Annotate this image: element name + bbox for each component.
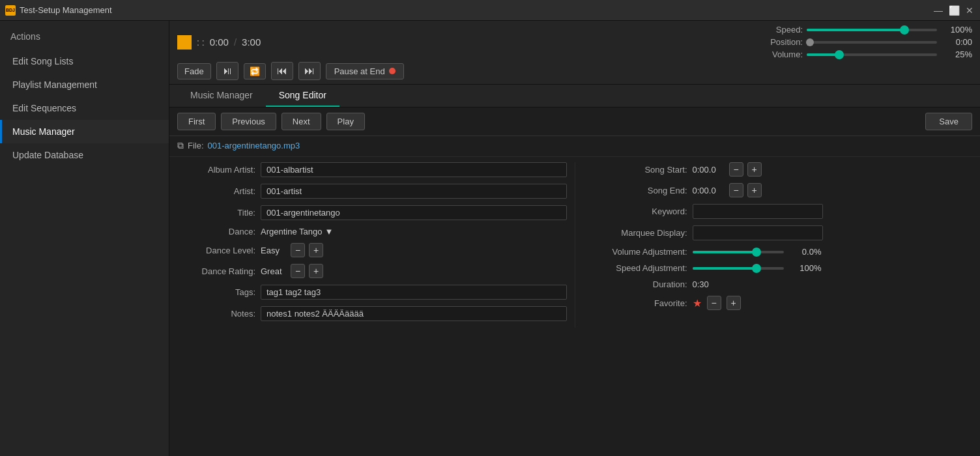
player-sliders: Speed: 100% Position: 0:00 <box>738 25 972 59</box>
marquee-input[interactable] <box>693 225 823 240</box>
dance-rating-stepper: Great − + <box>261 264 323 278</box>
app-body: Actions Edit Song Lists Playlist Managem… <box>0 21 980 456</box>
pause-at-end-label: Pause at End <box>334 66 385 76</box>
dance-value: Argentine Tango <box>261 227 322 236</box>
vol-adj-label: Volume Adjustment: <box>583 247 687 257</box>
minimize-button[interactable]: — <box>933 5 944 16</box>
dance-rating-row: Dance Rating: Great − + <box>177 264 567 278</box>
song-end-minus-button[interactable]: − <box>729 183 743 197</box>
notes-row: Notes: <box>177 306 567 321</box>
position-slider-row: Position: 0:00 <box>757 37 972 47</box>
album-artist-input[interactable] <box>261 162 567 177</box>
album-artist-label: Album Artist: <box>177 165 255 175</box>
title-input[interactable] <box>261 205 567 220</box>
dance-level-row: Dance Level: Easy − + <box>177 243 567 257</box>
player-total-time: 3:00 <box>242 36 261 48</box>
dance-rating-label: Dance Rating: <box>177 266 255 276</box>
position-slider-value: 0:00 <box>941 37 972 47</box>
player-top-row: : : 0:00 / 3:00 Speed: 100% Position: <box>177 25 972 59</box>
dance-rating-minus-button[interactable]: − <box>291 264 305 278</box>
dance-rating-plus-button[interactable]: + <box>309 264 323 278</box>
song-end-stepper: 0:00.0 − + <box>693 183 762 197</box>
position-label: Position: <box>757 37 803 47</box>
keyword-input[interactable] <box>693 204 823 219</box>
notes-input[interactable] <box>261 306 567 321</box>
repeat-button[interactable]: 🔁 <box>244 63 266 79</box>
fade-button[interactable]: Fade <box>177 63 211 79</box>
editor-topbar: First Previous Next Play Save <box>169 107 980 136</box>
favorite-star-icon[interactable]: ★ <box>693 297 702 309</box>
dropdown-arrow-icon: ▼ <box>324 227 333 236</box>
save-button[interactable]: Save <box>925 113 972 130</box>
dance-level-minus-button[interactable]: − <box>291 243 305 257</box>
player-time-dots: : : <box>197 37 205 48</box>
player-bar: : : 0:00 / 3:00 Speed: 100% Position: <box>169 21 980 85</box>
volume-slider-value: 25% <box>941 50 972 59</box>
form-left-col: Album Artist: Artist: Title: Dance: <box>169 162 575 328</box>
dance-label: Dance: <box>177 227 255 236</box>
copy-icon: ⧉ <box>177 140 184 151</box>
vol-adj-slider-track[interactable] <box>693 251 784 253</box>
speed-slider-track[interactable] <box>807 29 937 31</box>
song-start-minus-button[interactable]: − <box>729 162 743 177</box>
sidebar-item-edit-song-lists[interactable]: Edit Song Lists <box>0 50 169 73</box>
song-start-label: Song Start: <box>583 165 687 175</box>
speed-slider-row: Speed: 100% <box>757 25 972 35</box>
editor-area: First Previous Next Play Save ⧉ File: 00… <box>169 107 980 456</box>
speed-adj-label: Speed Adjustment: <box>583 263 687 273</box>
sidebar-item-music-manager[interactable]: Music Manager <box>0 120 169 143</box>
song-end-label: Song End: <box>583 186 687 195</box>
next-button[interactable]: Next <box>281 113 321 130</box>
volume-slider-track[interactable] <box>807 53 937 56</box>
position-slider-track[interactable] <box>807 41 937 44</box>
prev-track-button[interactable]: ⏮ <box>271 62 293 80</box>
pause-at-end-indicator <box>389 68 396 74</box>
album-artist-row: Album Artist: <box>177 162 567 177</box>
player-time-separator: / <box>234 36 237 48</box>
sidebar-item-playlist-management[interactable]: Playlist Management <box>0 73 169 96</box>
vol-adj-slider-thumb <box>752 248 761 257</box>
titlebar: BDJ Test-Setup Management — ⬜ ✕ <box>0 0 980 21</box>
tags-label: Tags: <box>177 287 255 297</box>
song-start-row: Song Start: 0:00.0 − + <box>583 162 973 177</box>
vol-adj-value: 0.0% <box>788 247 822 257</box>
keyword-row: Keyword: <box>583 204 973 219</box>
tab-song-editor[interactable]: Song Editor <box>266 85 339 107</box>
next-track-button[interactable]: ⏭ <box>298 62 321 80</box>
maximize-button[interactable]: ⬜ <box>949 5 959 16</box>
close-button[interactable]: ✕ <box>964 5 975 16</box>
artist-input[interactable] <box>261 184 567 199</box>
sidebar-item-edit-sequences[interactable]: Edit Sequences <box>0 96 169 120</box>
favorite-minus-button[interactable]: − <box>707 296 721 310</box>
main-content: : : 0:00 / 3:00 Speed: 100% Position: <box>169 21 980 456</box>
song-end-row: Song End: 0:00.0 − + <box>583 183 973 197</box>
favorite-controls: ★ − + <box>693 296 741 310</box>
previous-button[interactable]: Previous <box>221 113 276 130</box>
player-status-indicator <box>177 35 192 50</box>
sidebar: Actions Edit Song Lists Playlist Managem… <box>0 21 169 456</box>
play-button[interactable]: Play <box>326 113 365 130</box>
sidebar-item-update-database[interactable]: Update Database <box>0 143 169 167</box>
tab-music-manager[interactable]: Music Manager <box>177 85 266 107</box>
form-right-col: Song Start: 0:00.0 − + Song End: 0:00.0 … <box>575 162 981 328</box>
app-icon: BDJ <box>5 5 16 16</box>
tags-row: Tags: <box>177 285 567 300</box>
first-button[interactable]: First <box>177 113 216 130</box>
song-end-plus-button[interactable]: + <box>747 183 762 197</box>
song-start-plus-button[interactable]: + <box>747 162 762 177</box>
favorite-plus-button[interactable]: + <box>727 296 741 310</box>
dance-row: Dance: Argentine Tango ▼ <box>177 227 567 236</box>
title-label: Title: <box>177 208 255 218</box>
volume-slider-thumb <box>835 50 844 59</box>
favorite-label: Favorite: <box>583 298 687 308</box>
speed-adj-slider-fill <box>693 267 757 270</box>
play-pause-button[interactable]: ⏯ <box>216 62 238 80</box>
speed-adj-slider-track[interactable] <box>693 267 784 270</box>
tags-input[interactable] <box>261 285 567 300</box>
artist-label: Artist: <box>177 186 255 196</box>
marquee-label: Marquee Display: <box>583 228 687 238</box>
dance-level-plus-button[interactable]: + <box>309 243 323 257</box>
pause-at-end-button[interactable]: Pause at End <box>326 63 404 79</box>
position-slider-thumb <box>806 38 814 46</box>
dance-dropdown[interactable]: Argentine Tango ▼ <box>261 227 333 236</box>
